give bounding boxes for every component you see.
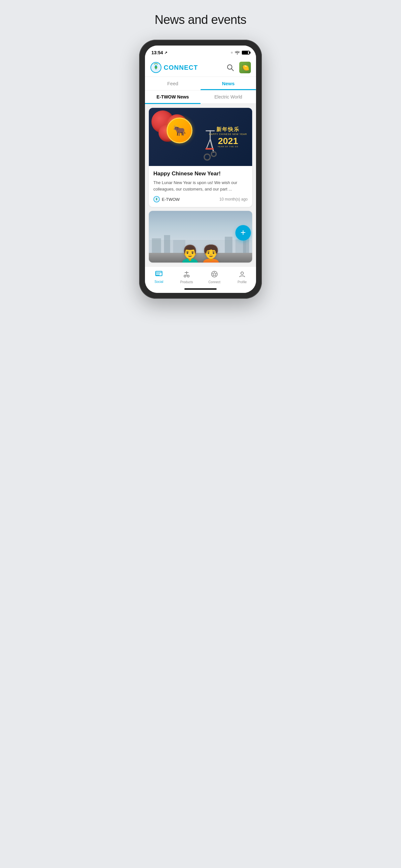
tab-bar-sub: E-TWOW News Electric World <box>145 90 256 104</box>
news-cny-source: E-TWOW <box>153 196 180 203</box>
battery-icon <box>242 51 250 55</box>
svg-point-12 <box>156 198 157 200</box>
nav-item-profile[interactable]: Profile <box>228 269 256 285</box>
status-icons <box>231 51 250 55</box>
svg-point-30 <box>241 272 243 275</box>
fab-plus-icon: + <box>241 228 246 237</box>
logo-icon <box>150 62 162 73</box>
nav-item-products[interactable]: Products <box>173 269 201 285</box>
svg-point-1 <box>155 66 157 69</box>
news-cny-title: Happy Chinese New Year! <box>153 170 248 177</box>
signal-dot <box>231 52 233 54</box>
cny-text: 新年快乐 Happy Chinese New Year 2021 Year of… <box>209 126 247 148</box>
phone-screen: 13:54 ↗ <box>145 45 256 293</box>
cny-banner: 🐂 <box>149 108 252 166</box>
avatar-image: 🍋 <box>241 64 249 71</box>
status-time: 13:54 ↗ <box>151 50 167 55</box>
news-cny-meta: E-TWOW 10 month(s) ago <box>153 196 248 203</box>
couple-figures: 👨‍🦱🧑‍🦱 <box>180 244 221 262</box>
page-wrapper: News and events 13:54 ↗ <box>120 13 281 299</box>
home-indicator <box>145 286 256 293</box>
search-button[interactable] <box>225 62 235 73</box>
source-logo-icon <box>153 196 160 203</box>
nav-item-connect[interactable]: Connect <box>201 269 228 285</box>
home-bar <box>184 288 217 290</box>
svg-point-26 <box>184 275 186 277</box>
phone-shell: 13:54 ↗ <box>139 40 262 299</box>
news-card-cny-body: Happy Chinese New Year! The Lunar New Ye… <box>149 166 252 207</box>
svg-line-3 <box>232 69 234 71</box>
content-area: 🐂 <box>145 104 256 267</box>
news-card-cny: 🐂 <box>149 108 252 207</box>
logo-text: CONNECT <box>164 64 198 71</box>
svg-point-27 <box>187 275 189 277</box>
nav-label-connect: Connect <box>208 280 220 284</box>
news-cny-time: 10 month(s) ago <box>220 197 248 202</box>
nav-label-profile: Profile <box>238 280 247 284</box>
nav-label-social: Social <box>154 280 163 283</box>
status-bar: 13:54 ↗ <box>145 45 256 58</box>
header-actions: 🍋 <box>225 62 251 73</box>
nav-item-social[interactable]: Social <box>145 270 173 285</box>
nav-label-products: Products <box>180 280 193 284</box>
profile-icon <box>239 271 246 279</box>
wifi-icon <box>235 51 240 55</box>
svg-rect-15 <box>164 235 170 253</box>
logo-area: CONNECT <box>150 62 198 73</box>
avatar[interactable]: 🍋 <box>239 62 251 73</box>
products-icon <box>183 271 190 279</box>
ox-circle: 🐂 <box>166 118 192 144</box>
tab-bar-main: Feed News <box>145 77 256 90</box>
bottom-nav: Social Products <box>145 267 256 286</box>
connect-icon <box>211 271 218 279</box>
svg-point-9 <box>204 154 210 160</box>
tab-electric-world[interactable]: Electric World <box>201 90 256 103</box>
search-icon <box>227 64 234 71</box>
svg-rect-14 <box>152 238 161 253</box>
fab-button[interactable]: + <box>235 225 251 241</box>
tab-feed[interactable]: Feed <box>145 77 201 90</box>
page-title: News and events <box>155 13 246 27</box>
tab-news[interactable]: News <box>201 77 256 90</box>
navigation-icon: ↗ <box>164 51 167 55</box>
news-card-cny-image: 🐂 <box>149 108 252 166</box>
svg-rect-17 <box>225 237 233 253</box>
news-cny-excerpt: The Lunar New Year is upon us! We wish o… <box>153 180 248 192</box>
social-icon <box>155 271 162 279</box>
app-header: CONNECT 🍋 <box>145 58 256 77</box>
tab-etwow-news[interactable]: E-TWOW News <box>145 90 201 103</box>
svg-rect-8 <box>205 148 214 150</box>
